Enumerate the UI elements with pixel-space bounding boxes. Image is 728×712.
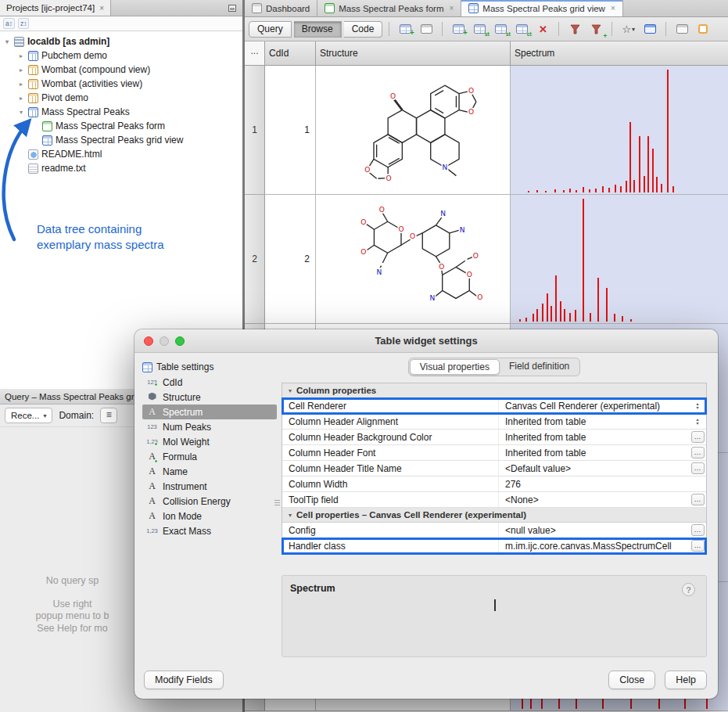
- lists-dropdown-button[interactable]: ☆ ▾: [619, 20, 638, 38]
- tree-item[interactable]: ▸Wombat (compound view): [0, 63, 242, 77]
- help-button[interactable]: Help: [665, 671, 707, 689]
- field-list-item[interactable]: Structure: [142, 390, 277, 405]
- field-list-item[interactable]: 1,23Mol Weight: [142, 434, 277, 449]
- layout-button[interactable]: [694, 20, 712, 38]
- close-button[interactable]: Close: [608, 671, 655, 689]
- zoom-window-button[interactable]: [175, 336, 185, 346]
- minimize-panel-icon[interactable]: [228, 5, 236, 12]
- chevron-collapsed-icon[interactable]: ▸: [17, 95, 25, 102]
- cdid-cell[interactable]: 1: [265, 66, 316, 195]
- splitter-grip[interactable]: [274, 500, 280, 505]
- modify-fields-button[interactable]: Modify Fields: [144, 671, 224, 689]
- tab-mass-spectral-peaks-form[interactable]: Mass Spectral Peaks form ×: [317, 0, 461, 16]
- property-value[interactable]: Inherited from table: [498, 445, 689, 460]
- tree-item[interactable]: ▸Wombat (activities view): [0, 77, 242, 91]
- tree-item[interactable]: Mass Spectral Peaks grid view: [0, 133, 242, 147]
- spectrum-cell[interactable]: [511, 66, 728, 195]
- chevron-expanded-icon[interactable]: ▾: [3, 38, 11, 45]
- browse-mode-button[interactable]: Browse: [294, 21, 342, 38]
- ellipsis-button[interactable]: …: [691, 494, 705, 505]
- field-list-item[interactable]: 123Num Peaks: [142, 419, 277, 434]
- ellipsis-button[interactable]: …: [691, 447, 705, 458]
- property-value[interactable]: <Default value>: [498, 461, 689, 476]
- tree-item[interactable]: ▸Pivot demo: [0, 91, 242, 105]
- column-header-spectrum[interactable]: Spectrum: [511, 41, 728, 66]
- close-window-button[interactable]: [144, 336, 153, 346]
- property-value[interactable]: <None>: [498, 492, 689, 507]
- domain-menu-button[interactable]: ≡: [100, 408, 117, 423]
- ellipsis-button[interactable]: …: [691, 524, 705, 536]
- ellipsis-button[interactable]: …: [691, 540, 705, 552]
- chevron-collapsed-icon[interactable]: ▸: [17, 52, 25, 59]
- add-row-start-button[interactable]: st: [470, 20, 489, 38]
- combo-spinner-icon[interactable]: ▴▾: [696, 418, 698, 426]
- filter-button[interactable]: [565, 20, 584, 38]
- new-view-button[interactable]: +: [396, 20, 414, 38]
- field-type-icon: 1,23: [145, 438, 159, 445]
- add-filter-button[interactable]: +: [586, 20, 605, 38]
- property-value[interactable]: Inherited from table: [498, 430, 689, 444]
- section-header[interactable]: ▾Column properties: [282, 383, 706, 398]
- add-row-button[interactable]: +: [449, 20, 468, 38]
- tab-field-definition[interactable]: Field definition: [500, 359, 579, 375]
- column-header-cdid[interactable]: CdId: [265, 41, 316, 66]
- field-list-item[interactable]: 123CdId: [142, 375, 277, 390]
- code-mode-button[interactable]: Code: [344, 21, 383, 38]
- views-button[interactable]: [640, 20, 659, 38]
- tree-item[interactable]: readme.txt: [0, 161, 242, 175]
- add-row-end-button[interactable]: ct: [512, 20, 531, 38]
- dialog-titlebar[interactable]: Table widget settings: [134, 329, 718, 353]
- spectrum-cell[interactable]: [511, 195, 728, 324]
- structure-cell[interactable]: [316, 66, 511, 195]
- field-list-item[interactable]: AName: [142, 464, 277, 479]
- field-list-item[interactable]: ACollision Energy: [142, 494, 277, 509]
- close-icon[interactable]: ×: [99, 4, 104, 13]
- section-header[interactable]: ▾Cell properties – Canvas Cell Renderer …: [282, 508, 706, 523]
- property-value[interactable]: Canvas Cell Renderer (experimental): [498, 398, 689, 413]
- tree-item[interactable]: Mass Spectral Peaks form: [0, 119, 242, 133]
- close-tab-icon[interactable]: ×: [611, 4, 615, 13]
- sort-za-icon[interactable]: z↕: [18, 18, 30, 29]
- insert-row-button[interactable]: st: [491, 20, 510, 38]
- tab-dashboard[interactable]: Dashboard: [245, 0, 317, 16]
- property-value[interactable]: Inherited from table: [498, 414, 689, 429]
- combo-spinner-icon[interactable]: ▴▾: [696, 402, 698, 410]
- field-list-item[interactable]: AInstrument: [142, 479, 277, 494]
- row-header[interactable]: 2: [245, 195, 265, 324]
- ellipsis-button[interactable]: …: [691, 462, 705, 474]
- column-header-structure[interactable]: Structure: [316, 41, 511, 66]
- close-tab-icon[interactable]: ×: [449, 4, 454, 13]
- cdid-cell[interactable]: 2: [265, 195, 316, 324]
- structure-cell[interactable]: [316, 195, 511, 324]
- form-layout-button[interactable]: [417, 20, 436, 38]
- ellipsis-button[interactable]: …: [691, 431, 705, 443]
- field-list-item[interactable]: 1,23Exact Mass: [142, 523, 277, 538]
- field-list-item[interactable]: AFormula: [142, 449, 277, 464]
- tree-item[interactable]: ▸Pubchem demo: [0, 49, 242, 63]
- tab-projects[interactable]: Projects [ijc-project74] ×: [0, 0, 111, 16]
- query-empty-line: popup menu to b: [0, 610, 145, 623]
- property-value[interactable]: <null value>: [498, 523, 689, 538]
- tree-item[interactable]: README.html: [0, 147, 242, 161]
- chevron-collapsed-icon[interactable]: ▸: [17, 67, 25, 74]
- minimize-window-button[interactable]: [160, 336, 169, 346]
- row-header[interactable]: 1: [245, 66, 265, 195]
- help-icon[interactable]: ?: [682, 583, 695, 596]
- tab-visual-properties[interactable]: Visual properties: [410, 359, 500, 375]
- sort-az-icon[interactable]: a↕: [3, 18, 15, 29]
- tab-mass-spectral-peaks-grid-view[interactable]: Mass Spectral Peaks grid view ×: [461, 0, 622, 16]
- property-value[interactable]: 276: [498, 476, 689, 491]
- grid-settings-button[interactable]: [672, 20, 691, 38]
- field-list-item[interactable]: AIon Mode: [142, 509, 277, 523]
- delete-row-button[interactable]: ✕: [533, 20, 552, 38]
- chevron-expanded-icon[interactable]: ▾: [17, 109, 25, 116]
- tree-item[interactable]: ▾localdb [as admin]: [0, 34, 242, 49]
- grid-corner-button[interactable]: ...: [245, 41, 265, 66]
- chevron-collapsed-icon[interactable]: ▸: [17, 81, 25, 88]
- query-mode-button[interactable]: Query: [249, 21, 292, 38]
- tree-item[interactable]: ▾Mass Spectral Peaks: [0, 105, 242, 119]
- recent-queries-dropdown[interactable]: Rece... ▾: [5, 408, 52, 423]
- field-list-item[interactable]: ASpectrum: [142, 405, 277, 419]
- table-settings-root[interactable]: Table settings: [142, 359, 277, 375]
- property-value[interactable]: m.im.ijc.core.canvas.MassSpectrumCell: [498, 538, 689, 553]
